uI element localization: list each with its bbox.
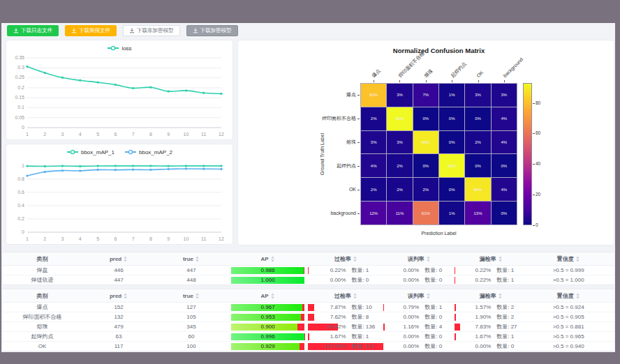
cell-misjudge-rate: 0.79%数量: 1 <box>383 303 455 312</box>
matrix-row-label: 熔珠 <box>238 130 359 154</box>
results-table-2: 类别predtrueAP过检率误判率漏检率置信度爆点1521270.9677.8… <box>1 289 615 351</box>
rate-count: 数量: 10 <box>346 303 383 311</box>
column-header-miss-rate[interactable]: 漏检率 <box>455 255 527 263</box>
download-button-3[interactable]: 下载非加密模型 <box>123 25 180 36</box>
rate-percent: 0.22% <box>308 267 346 273</box>
cell-misjudge-rate: 1.16%数量: 4 <box>383 322 455 331</box>
legend-label: loss <box>121 45 131 52</box>
results-table-1: 类别predtrueAP过检率误判率漏检率置信度焊盘4464470.9860.2… <box>1 252 615 285</box>
sort-icon <box>195 293 200 299</box>
legend-marker <box>124 149 137 155</box>
column-header-confidence[interactable]: 置信度 <box>527 255 610 263</box>
download-button-1[interactable]: 下载日志文件 <box>7 25 59 36</box>
chart-plot-area: 00.050.10.150.20.250.30.3512345678910111… <box>6 54 232 139</box>
rate-count: 数量: 0 <box>419 276 455 284</box>
cell-miss-rate: 0.22%数量: 1 <box>455 275 527 285</box>
ap-bar-cell: 0.900 <box>231 324 305 331</box>
rate-cell: 1.90%数量: 2 <box>455 312 527 321</box>
column-header-ap[interactable]: AP <box>228 293 309 299</box>
column-header-confidence[interactable]: 置信度 <box>527 292 610 300</box>
column-header-ap[interactable]: AP <box>228 256 309 262</box>
cell-class: 熔珠 <box>2 322 82 331</box>
rate-cell: 0.22%数量: 1 <box>308 266 383 275</box>
matrix-axis-tick <box>426 80 427 82</box>
cell-true: 105 <box>155 312 227 321</box>
svg-text:10: 10 <box>184 236 189 241</box>
matrix-column-label: 爆点 <box>371 68 382 79</box>
download-button-4[interactable]: 下载加密模型 <box>186 25 238 36</box>
cell-miss-rate: 1.57%数量: 2 <box>455 303 527 312</box>
rate-count: 数量: 4 <box>419 323 455 331</box>
button-label: 下载简报文件 <box>79 28 110 33</box>
column-header-misjudge-rate[interactable]: 误判率 <box>383 292 455 300</box>
table-row: 熔珠4793450.90039.42%数量: 1361.16%数量: 47.83… <box>2 322 614 332</box>
matrix-cell: 13% <box>465 202 490 225</box>
cell-pred: 63 <box>82 332 155 341</box>
svg-text:9: 9 <box>167 132 170 137</box>
svg-text:7: 7 <box>132 132 135 137</box>
matrix-cell: 4% <box>361 154 386 177</box>
matrix-cell: 0% <box>439 178 464 201</box>
cell-class: 焊印面积不合格 <box>2 312 82 321</box>
cell-over-rate: 117.00%数量: 117 <box>308 342 383 351</box>
matrix-axis-tick <box>357 142 360 143</box>
bbox-map-chart-card: bbox_mAP_1bbox_mAP_200.20.40.60.81123456… <box>6 144 233 245</box>
column-header-miss-rate[interactable]: 漏检率 <box>455 292 527 300</box>
legend-item-bbox_mAP_2[interactable]: bbox_mAP_2 <box>124 149 172 156</box>
column-header-class: 类别 <box>2 255 82 263</box>
rate-count: 数量: 0 <box>419 313 455 321</box>
matrix-x-axis-label: Prediction Label <box>360 231 517 236</box>
cell-pred: 152 <box>82 303 155 312</box>
matrix-cell: 0% <box>465 154 490 177</box>
chart-legend: loss <box>6 40 232 54</box>
matrix-cell: 3% <box>387 84 412 107</box>
colorbar-tick-label: 80 <box>536 100 540 105</box>
column-header-true[interactable]: true <box>155 256 227 262</box>
page-content: 下载日志文件下载简报文件下载非加密模型下载加密模型 loss00.050.10.… <box>1 23 615 352</box>
matrix-cell: 0% <box>439 107 464 130</box>
sort-icon <box>353 293 357 299</box>
column-header-true[interactable]: true <box>155 293 227 299</box>
svg-text:7: 7 <box>132 236 135 241</box>
button-label: 下载加密模型 <box>200 28 232 33</box>
column-header-label: pred <box>110 256 121 262</box>
download-button-2[interactable]: 下载简报文件 <box>65 25 117 36</box>
svg-text:12: 12 <box>219 236 224 241</box>
svg-text:4: 4 <box>79 236 82 241</box>
table-row: 起焊灼点63600.9961.67%数量: 10.00%数量: 01.67%数量… <box>2 332 614 342</box>
column-header-label: 置信度 <box>557 255 574 263</box>
legend-item-loss[interactable]: loss <box>107 45 131 52</box>
svg-text:3: 3 <box>61 236 64 241</box>
rate-percent: 0.22% <box>455 267 491 273</box>
column-header-label: true <box>183 293 193 299</box>
column-header-over-rate[interactable]: 过检率 <box>308 255 383 263</box>
rate-percent: 1.67% <box>455 333 491 340</box>
column-header-pred[interactable]: pred <box>82 293 155 299</box>
matrix-cell: 0% <box>465 107 490 130</box>
ap-bar-cell: 0.953 <box>231 314 305 321</box>
ap-value: 0.996 <box>231 333 305 340</box>
svg-text:4: 4 <box>79 132 82 137</box>
svg-text:6: 6 <box>114 236 117 241</box>
matrix-cell: 2% <box>361 178 386 201</box>
ap-value: 1.000 <box>231 277 305 284</box>
rate-cell: 0.22%数量: 1 <box>455 275 527 285</box>
svg-text:11: 11 <box>201 132 206 137</box>
column-header-misjudge-rate[interactable]: 误判率 <box>383 255 455 263</box>
matrix-column-label: background <box>502 56 524 79</box>
rate-count: 数量: 2 <box>491 313 527 321</box>
loss-chart-card: loss00.050.10.150.20.250.30.351234567891… <box>6 40 233 140</box>
matrix-column-label: 焊印面积不合格 <box>397 51 425 79</box>
rate-count: 数量: 1 <box>491 266 527 274</box>
column-header-over-rate[interactable]: 过检率 <box>308 292 383 300</box>
sort-icon <box>426 293 431 299</box>
column-header-pred[interactable]: pred <box>82 256 155 262</box>
colorbar-tick <box>533 225 535 226</box>
legend-item-bbox_mAP_1[interactable]: bbox_mAP_1 <box>66 149 115 156</box>
matrix-cell: 1% <box>439 202 464 225</box>
matrix-cell: 3% <box>465 84 490 107</box>
matrix-cell: 4% <box>492 178 517 201</box>
matrix-row-label: 起焊灼点 <box>238 154 359 178</box>
matrix-cell: 1% <box>439 84 464 107</box>
matrix-cell: 4% <box>492 107 517 130</box>
